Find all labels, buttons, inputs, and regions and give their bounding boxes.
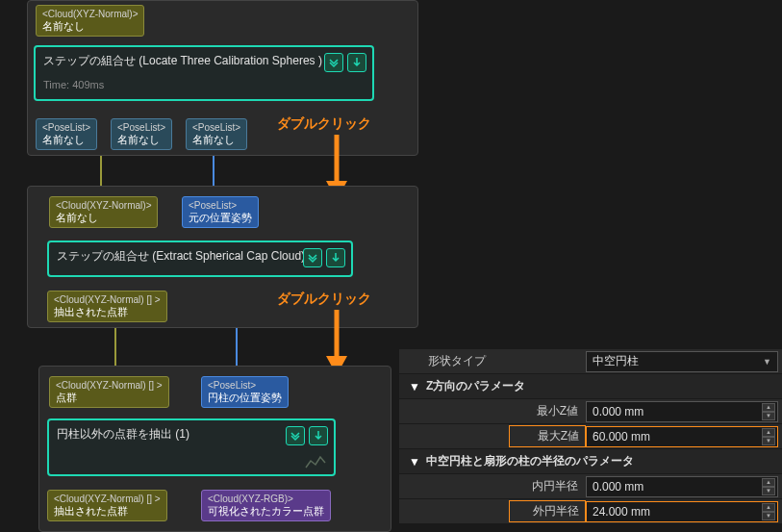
double-click-label-1: ダブルクリック	[277, 115, 371, 133]
prop-header-label: Z方向のパラメータ	[426, 378, 525, 394]
expand-down-button[interactable]	[324, 53, 343, 72]
expand-down-button[interactable]	[286, 426, 305, 445]
port-out-cloud-3a[interactable]: <Cloud(XYZ-Normal) [] > 抽出された点群	[47, 490, 167, 521]
spin-buttons[interactable]: ▲▼	[762, 503, 775, 520]
inner-r-input[interactable]: 0.000 mm▲▼	[586, 476, 778, 497]
port-type: <Cloud(XYZ-Normal)>	[42, 9, 138, 20]
port-out-pose-2[interactable]: <PoseList> 名前なし	[111, 118, 172, 150]
max-z-input[interactable]: 60.000 mm▲▼	[586, 426, 778, 447]
shape-type-select[interactable]: 中空円柱	[586, 351, 778, 372]
prop-header-label: 中空円柱と扇形の柱の半径のパラメータ	[426, 453, 634, 469]
port-type: <PoseList>	[192, 122, 240, 134]
port-type: <Cloud(XYZ-Normal) [] >	[56, 380, 163, 392]
spin-buttons[interactable]: ▲▼	[762, 428, 775, 445]
prop-label-highlighted: 外円半径	[509, 500, 586, 522]
port-in-cloud-2[interactable]: <Cloud(XYZ-Normal)> 名前なし	[49, 196, 158, 228]
collapse-icon: ▼	[399, 380, 420, 393]
prop-row-min-z: 最小Z値 0.000 mm▲▼	[399, 399, 782, 424]
port-label: 名前なし	[42, 20, 138, 33]
run-step-button[interactable]	[347, 53, 366, 72]
port-out-cloud-3b[interactable]: <Cloud(XYZ-RGB)> 可視化されたカラー点群	[201, 490, 331, 521]
port-out-cloud-2[interactable]: <Cloud(XYZ-Normal) [] > 抽出された点群	[47, 291, 167, 322]
prop-label: 最小Z値	[509, 403, 586, 419]
step-time: Time: 409ms	[43, 79, 365, 90]
prop-header-radius[interactable]: ▼ 中空円柱と扇形の柱の半径のパラメータ	[399, 449, 782, 474]
port-label: 名前なし	[192, 134, 240, 146]
port-label: 名前なし	[42, 134, 90, 146]
port-type: <Cloud(XYZ-Normal) [] >	[54, 494, 161, 505]
prop-row-outer-r: 外円半径 24.000 mm▲▼	[399, 499, 782, 524]
collapse-icon: ▼	[399, 455, 420, 469]
port-in-cloud-1[interactable]: <Cloud(XYZ-Normal)> 名前なし	[36, 5, 144, 37]
step-title: ステップの組合せ (Extract Spherical Cap Cloud)	[57, 248, 343, 265]
port-label: 名前なし	[56, 212, 151, 224]
port-label: 点群	[56, 392, 163, 404]
expand-down-button[interactable]	[303, 248, 322, 267]
port-in-pose-2[interactable]: <PoseList> 元の位置姿勢	[182, 196, 259, 228]
port-type: <PoseList>	[189, 200, 252, 212]
port-label: 名前なし	[117, 134, 165, 146]
port-label: 円柱の位置姿勢	[208, 392, 282, 404]
prop-label: 形状タイプ	[399, 353, 486, 369]
prop-label-highlighted: 最大Z値	[509, 425, 586, 447]
port-type: <PoseList>	[42, 122, 90, 134]
port-in-cloud-3[interactable]: <Cloud(XYZ-Normal) [] > 点群	[49, 376, 169, 408]
prop-row-max-z: 最大Z値 60.000 mm▲▼	[399, 424, 782, 449]
run-step-button[interactable]	[326, 248, 345, 267]
port-in-pose-3[interactable]: <PoseList> 円柱の位置姿勢	[201, 376, 289, 408]
port-type: <Cloud(XYZ-RGB)>	[208, 494, 324, 505]
prop-label: 内円半径	[509, 478, 586, 494]
prop-header-z[interactable]: ▼ Z方向のパラメータ	[399, 374, 782, 399]
visualize-icon	[305, 453, 326, 469]
properties-panel: 形状タイプ 中空円柱 ▼ Z方向のパラメータ 最小Z値 0.000 mm▲▼ 最…	[399, 349, 782, 524]
step-locate-spheres[interactable]: ステップの組合せ (Locate Three Calibration Spher…	[34, 45, 374, 101]
port-type: <PoseList>	[208, 380, 282, 392]
port-out-pose-3[interactable]: <PoseList> 名前なし	[186, 118, 247, 150]
port-type: <Cloud(XYZ-Normal) [] >	[54, 294, 161, 306]
spin-buttons[interactable]: ▲▼	[762, 403, 775, 420]
prop-row-shape-type: 形状タイプ 中空円柱	[399, 349, 782, 374]
outer-r-input[interactable]: 24.000 mm▲▼	[586, 501, 778, 522]
prop-row-inner-r: 内円半径 0.000 mm▲▼	[399, 474, 782, 499]
port-label: 抽出された点群	[54, 306, 161, 318]
min-z-input[interactable]: 0.000 mm▲▼	[586, 401, 778, 422]
run-step-button[interactable]	[309, 426, 328, 445]
step-extract-cap[interactable]: ステップの組合せ (Extract Spherical Cap Cloud)	[47, 241, 353, 277]
double-click-label-2: ダブルクリック	[277, 291, 371, 308]
step-extract-cylinder[interactable]: 円柱以外の点群を抽出 (1)	[47, 418, 336, 476]
port-label: 可視化されたカラー点群	[208, 505, 324, 518]
port-out-pose-1[interactable]: <PoseList> 名前なし	[36, 118, 97, 150]
port-type: <PoseList>	[117, 122, 165, 134]
spin-buttons[interactable]: ▲▼	[762, 478, 775, 495]
node-frame-3: <Cloud(XYZ-Normal) [] > 点群 <PoseList> 円柱…	[38, 366, 391, 532]
port-type: <Cloud(XYZ-Normal)>	[56, 200, 151, 212]
step-title: ステップの組合せ (Locate Three Calibration Spher…	[43, 53, 365, 69]
port-label: 抽出された点群	[54, 505, 161, 518]
port-label: 元の位置姿勢	[189, 212, 252, 224]
